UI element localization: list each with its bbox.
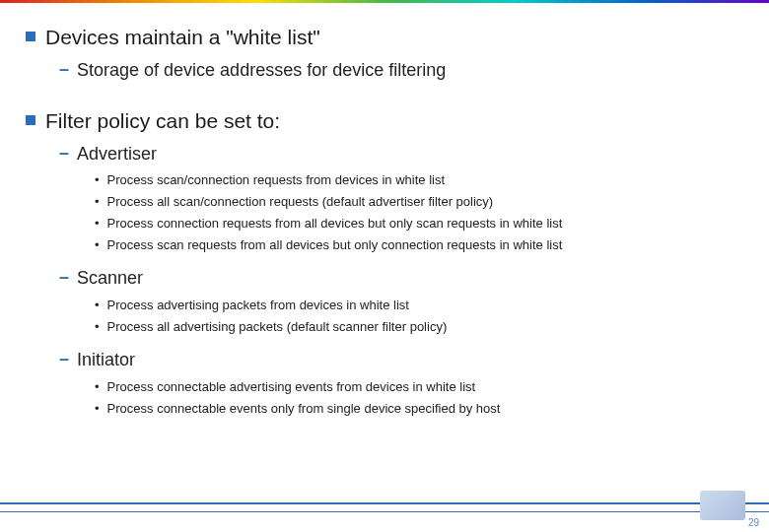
dash-icon: – <box>59 348 69 370</box>
footer-image-placeholder <box>700 491 745 520</box>
adv-list: •Process scan/connection requests from d… <box>95 171 743 254</box>
list-item: •Process connection requests from all de… <box>95 215 743 233</box>
list-text: Process connectable events only from sin… <box>107 400 501 419</box>
list-text: Process connectable advertising events f… <box>107 378 476 397</box>
bullet-title: Filter policy can be set to: <box>45 108 280 134</box>
dot-icon: • <box>95 318 100 336</box>
list-item: •Process scan/connection requests from d… <box>95 171 743 190</box>
dash-icon: – <box>59 266 69 289</box>
list-item: •Process connectable events only from si… <box>95 400 743 419</box>
initiator-list: •Process connectable advertising events … <box>95 378 743 419</box>
list-text: Process advertising packets from devices… <box>107 297 409 315</box>
section-filterpolicy: Filter policy can be set to: – Advertise… <box>26 108 743 419</box>
slide-content: Devices maintain a "white list" – Storag… <box>0 25 769 418</box>
dot-icon: • <box>95 193 100 211</box>
dot-icon: • <box>95 400 100 418</box>
list-text: Process scan/connection requests from de… <box>107 171 446 190</box>
square-bullet-icon <box>26 115 35 125</box>
list-text: Process scan requests from all devices b… <box>107 236 563 255</box>
dash-icon: – <box>59 142 69 165</box>
list-text: Process all scan/connection requests (de… <box>107 193 494 212</box>
sub-label: Initiator <box>77 348 135 371</box>
dot-icon: • <box>95 378 100 396</box>
list-item: •Process scan requests from all devices … <box>95 236 743 255</box>
list-item: •Process all scan/connection requests (d… <box>95 193 743 212</box>
dot-icon: • <box>95 171 100 189</box>
dash-icon: – <box>59 58 69 81</box>
bullet-title: Devices maintain a "white list" <box>45 25 320 50</box>
scanner-list: •Process advertising packets from device… <box>95 297 743 337</box>
sub-label: Storage of device addresses for device f… <box>77 58 446 82</box>
list-item: •Process connectable advertising events … <box>95 378 743 397</box>
bullet-row: Devices maintain a "white list" <box>26 25 743 50</box>
sub-label: Scanner <box>77 266 143 290</box>
list-item: •Process all advertising packets (defaul… <box>95 318 743 337</box>
dot-icon: • <box>95 297 100 314</box>
list-text: Process connection requests from all dev… <box>107 215 563 233</box>
rainbow-divider <box>0 0 769 3</box>
square-bullet-icon <box>26 32 35 41</box>
sub-row: – Storage of device addresses for device… <box>59 58 743 82</box>
dot-icon: • <box>95 215 100 233</box>
list-item: •Process advertising packets from device… <box>95 297 743 315</box>
sub-row-adv: – Advertiser <box>59 142 743 166</box>
footer-divider <box>0 502 769 512</box>
sub-row-initiator: – Initiator <box>59 348 743 371</box>
list-text: Process all advertising packets (default… <box>107 318 448 337</box>
bullet-row: Filter policy can be set to: <box>26 108 743 134</box>
sub-label: Advertiser <box>77 142 157 166</box>
sub-row-scanner: – Scanner <box>59 266 743 290</box>
dot-icon: • <box>95 236 100 254</box>
section-whitelist: Devices maintain a "white list" – Storag… <box>26 25 743 83</box>
page-number: 29 <box>748 517 759 528</box>
